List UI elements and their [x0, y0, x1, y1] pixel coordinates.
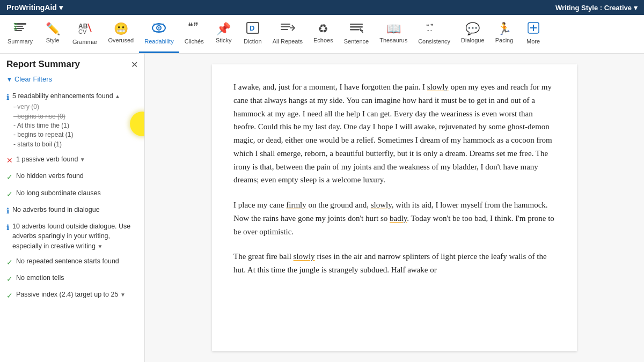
- toolbar-item-diction[interactable]: D Diction: [238, 15, 267, 53]
- toolbar: Summary ✏️ Style AB CV Grammar 😬 Overuse…: [0, 15, 644, 54]
- svg-rect-19: [350, 26, 363, 28]
- toolbar-item-more[interactable]: More: [519, 15, 548, 53]
- adverbs-outside-dropdown[interactable]: ▼: [97, 243, 103, 249]
- toolbar-item-readability[interactable]: Readability: [139, 15, 179, 53]
- dialogue-icon: 💬: [465, 23, 480, 35]
- subitem-begins-rise: - begins to rise (0): [13, 112, 120, 121]
- toolbar-item-style[interactable]: ✏️ Style: [38, 15, 67, 53]
- summary-label: Summary: [8, 38, 33, 45]
- svg-rect-15: [281, 24, 290, 25]
- toolbar-item-repeats[interactable]: All Repeats: [267, 15, 308, 53]
- report-item-adverbs-outside: ℹ 10 adverbs found outside dialogue. Use…: [0, 219, 144, 253]
- report-item-emotion-tells: ✓ No emotion tells: [0, 270, 144, 287]
- svg-point-9: [158, 27, 160, 29]
- overused-label: Overused: [108, 37, 134, 43]
- report-item-long-subordinate: ✓ No long subordinate clauses: [0, 186, 144, 202]
- document-area[interactable]: I awake, and, just for a moment, I have …: [212, 64, 577, 351]
- svg-rect-2: [14, 28, 24, 29]
- passive-verb-text: 1 passive verb found: [16, 156, 80, 163]
- toolbar-item-sticky[interactable]: 📌 Sticky: [209, 15, 238, 53]
- report-item-readability-enhancements: ℹ 5 readability enhancements found ▲ - v…: [0, 88, 144, 152]
- readability-icon: [151, 22, 166, 36]
- toolbar-item-consistency[interactable]: ❝ ❞ " " Consistency: [413, 15, 456, 53]
- echoes-icon: ♻: [318, 23, 328, 35]
- writing-style-label: Writing Style : Creative: [555, 4, 632, 12]
- repeats-icon: [280, 22, 295, 36]
- writing-style[interactable]: Writing Style : Creative ▾: [555, 4, 638, 12]
- readability-enhancements-dropdown[interactable]: ▲: [115, 93, 120, 99]
- top-bar: ProWritingAid ▾ Writing Style : Creative…: [0, 0, 644, 15]
- emotion-tells-text: No emotion tells: [16, 273, 64, 283]
- svg-text:❝❞: ❝❞: [188, 22, 199, 32]
- svg-text:CV: CV: [78, 28, 87, 34]
- dialogue-label: Dialogue: [461, 37, 484, 43]
- success-icon-repeated-starts: ✓: [6, 257, 13, 268]
- toolbar-item-grammar[interactable]: AB CV Grammar: [67, 15, 103, 53]
- svg-rect-17: [281, 29, 288, 30]
- diction-label: Diction: [244, 38, 262, 45]
- success-icon-emotion-tells: ✓: [6, 274, 13, 284]
- paragraph-2: I place my cane firmly on the ground and…: [233, 198, 555, 238]
- paragraph-1: I awake, and, just for a moment, I have …: [233, 80, 555, 187]
- app-name-chevron: ▾: [59, 3, 63, 12]
- repeated-starts-text: No repeated sentence starts found: [16, 256, 119, 266]
- toolbar-item-dialogue[interactable]: 💬 Dialogue: [456, 15, 489, 53]
- passive-index-dropdown[interactable]: ▼: [120, 292, 126, 298]
- main-area: Report Summary ✕ ▼ Clear Filters ℹ 5 rea…: [0, 54, 644, 362]
- toolbar-item-pacing[interactable]: 🏃 Pacing: [490, 15, 519, 53]
- more-icon: [528, 22, 539, 36]
- svg-rect-18: [350, 24, 363, 25]
- svg-rect-20: [350, 29, 360, 31]
- success-icon-hidden-verbs: ✓: [6, 172, 13, 182]
- writing-style-chevron: ▾: [634, 4, 638, 12]
- toolbar-item-thesaurus[interactable]: 📖 Thesaurus: [374, 15, 413, 53]
- pacing-icon: 🏃: [497, 23, 511, 35]
- thesaurus-label: Thesaurus: [379, 37, 407, 43]
- sentence-label: Sentence: [344, 38, 369, 45]
- adverbs-dialogue-text: No adverbs found in dialogue: [12, 205, 100, 215]
- passive-verb-dropdown[interactable]: ▼: [80, 157, 85, 162]
- style-icon: ✏️: [46, 23, 60, 35]
- subitem-starts-boil: - starts to boil (1): [13, 140, 120, 149]
- summary-icon: [13, 22, 27, 36]
- info-icon-adverbs-dialogue: ℹ: [6, 205, 9, 216]
- success-icon-passive-index: ✓: [6, 290, 13, 301]
- adverb-slowly-3: slowly: [294, 252, 315, 261]
- report-item-repeated-starts: ✓ No repeated sentence starts found: [0, 254, 144, 270]
- sidebar-title: Report Summary: [6, 59, 80, 70]
- content-area: I awake, and, just for a moment, I have …: [145, 54, 644, 362]
- echoes-label: Echoes: [313, 37, 333, 43]
- sidebar-close-button[interactable]: ✕: [131, 60, 138, 70]
- report-item-passive-index: ✓ Passive index (2.4) target up to 25 ▼: [0, 287, 144, 304]
- style-label: Style: [46, 37, 59, 43]
- adverb-slowly-1: slowly: [427, 83, 449, 91]
- clear-filters-link[interactable]: ▼ Clear Filters: [0, 74, 144, 88]
- diction-icon: D: [246, 22, 260, 36]
- grammar-label: Grammar: [72, 39, 97, 45]
- toolbar-item-echoes[interactable]: ♻ Echoes: [308, 15, 339, 53]
- overused-icon: 😬: [114, 23, 128, 35]
- toolbar-item-sentence[interactable]: Sentence: [339, 15, 374, 53]
- long-subordinate-text: No long subordinate clauses: [16, 188, 101, 198]
- toolbar-item-overused[interactable]: 😬 Overused: [103, 15, 140, 53]
- svg-rect-16: [281, 26, 290, 27]
- info-icon: ℹ: [6, 92, 9, 102]
- adverb-slowly-2: slowly: [371, 201, 392, 209]
- svg-line-6: [88, 24, 91, 32]
- app-name-label: ProWritingAid: [6, 3, 57, 12]
- sticky-label: Sticky: [216, 37, 231, 43]
- consistency-label: Consistency: [418, 38, 450, 45]
- hidden-verbs-text: No hidden verbs found: [16, 171, 84, 181]
- clear-filters-label: Clear Filters: [14, 75, 52, 83]
- sticky-icon: 📌: [216, 23, 231, 35]
- report-item-hidden-verbs: ✓ No hidden verbs found: [0, 168, 144, 185]
- paragraph-3: The great fire ball slowly rises in the …: [233, 250, 555, 277]
- subitem-at-this-time: - At this time the (1): [13, 121, 120, 130]
- svg-text:❝ ❞: ❝ ❞: [426, 23, 433, 29]
- report-item-adverbs-dialogue: ℹ No adverbs found in dialogue: [0, 202, 144, 219]
- sidebar-header: Report Summary ✕: [0, 59, 144, 74]
- toolbar-item-summary[interactable]: Summary: [2, 15, 38, 53]
- toolbar-item-cliches[interactable]: ❝❞ Clichés: [179, 15, 209, 53]
- subitem-very: - very (0): [13, 102, 120, 112]
- app-name[interactable]: ProWritingAid ▾: [6, 3, 63, 12]
